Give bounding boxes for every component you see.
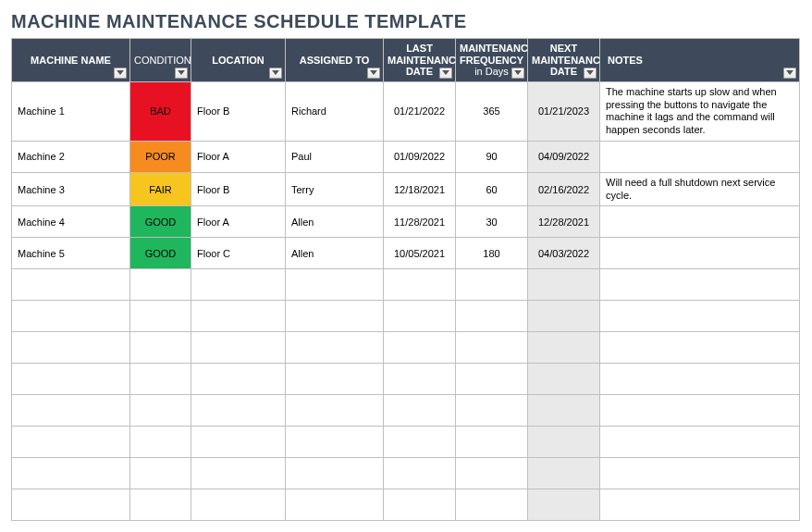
cell-assigned-to[interactable] bbox=[286, 427, 384, 458]
header-machine-name[interactable]: MACHINE NAME bbox=[12, 39, 130, 82]
cell-condition[interactable] bbox=[130, 364, 191, 395]
filter-dropdown-icon[interactable] bbox=[439, 68, 452, 79]
cell-machine-name[interactable] bbox=[12, 269, 130, 301]
cell-frequency[interactable] bbox=[456, 364, 528, 395]
cell-notes[interactable] bbox=[600, 489, 800, 521]
cell-location[interactable] bbox=[191, 364, 286, 395]
cell-notes[interactable] bbox=[600, 301, 800, 332]
cell-next-date[interactable] bbox=[528, 395, 600, 427]
cell-notes[interactable] bbox=[600, 141, 800, 172]
cell-frequency[interactable] bbox=[456, 332, 528, 364]
cell-assigned-to[interactable] bbox=[286, 332, 384, 364]
cell-machine-name[interactable] bbox=[12, 458, 130, 489]
cell-condition[interactable] bbox=[130, 269, 191, 301]
cell-machine-name[interactable] bbox=[12, 489, 130, 521]
cell-last-date[interactable]: 01/21/2022 bbox=[384, 81, 456, 141]
cell-assigned-to[interactable]: Allen bbox=[286, 206, 384, 238]
header-last-maintenance[interactable]: LAST MAINTENANCE DATE bbox=[384, 39, 456, 82]
header-notes[interactable]: NOTES bbox=[600, 39, 800, 82]
cell-notes[interactable] bbox=[600, 269, 800, 301]
cell-condition[interactable]: FAIR bbox=[130, 172, 191, 206]
cell-next-date[interactable] bbox=[528, 301, 600, 332]
cell-assigned-to[interactable]: Allen bbox=[286, 238, 384, 269]
cell-frequency[interactable] bbox=[456, 458, 528, 489]
cell-last-date[interactable] bbox=[384, 489, 456, 521]
cell-notes[interactable] bbox=[600, 364, 800, 395]
cell-assigned-to[interactable] bbox=[286, 364, 384, 395]
cell-condition[interactable]: BAD bbox=[130, 81, 191, 141]
cell-assigned-to[interactable]: Terry bbox=[286, 172, 384, 206]
filter-dropdown-icon[interactable] bbox=[783, 68, 796, 79]
cell-notes[interactable] bbox=[600, 332, 800, 364]
cell-condition[interactable] bbox=[130, 301, 191, 332]
cell-location[interactable] bbox=[191, 332, 286, 364]
cell-assigned-to[interactable] bbox=[286, 301, 384, 332]
cell-notes[interactable]: Will need a full shutdown next service c… bbox=[600, 172, 800, 206]
cell-notes[interactable] bbox=[600, 395, 800, 427]
filter-dropdown-icon[interactable] bbox=[511, 68, 524, 79]
cell-assigned-to[interactable] bbox=[286, 269, 384, 301]
cell-frequency[interactable]: 180 bbox=[456, 238, 528, 269]
cell-last-date[interactable]: 01/09/2022 bbox=[384, 141, 456, 172]
cell-frequency[interactable]: 60 bbox=[456, 172, 528, 206]
cell-location[interactable] bbox=[191, 427, 286, 458]
cell-location[interactable]: Floor B bbox=[191, 81, 286, 141]
cell-machine-name[interactable] bbox=[12, 395, 130, 427]
header-assigned-to[interactable]: ASSIGNED TO bbox=[286, 39, 384, 82]
cell-next-date[interactable] bbox=[528, 458, 600, 489]
filter-dropdown-icon[interactable] bbox=[114, 68, 127, 79]
cell-last-date[interactable]: 10/05/2021 bbox=[384, 238, 456, 269]
cell-frequency[interactable]: 365 bbox=[456, 81, 528, 141]
cell-assigned-to[interactable]: Richard bbox=[286, 81, 384, 141]
cell-machine-name[interactable]: Machine 5 bbox=[12, 238, 130, 269]
cell-frequency[interactable]: 30 bbox=[456, 206, 528, 238]
cell-machine-name[interactable]: Machine 4 bbox=[12, 206, 130, 238]
header-condition[interactable]: CONDITION bbox=[130, 39, 191, 82]
cell-condition[interactable] bbox=[130, 427, 191, 458]
cell-last-date[interactable] bbox=[384, 427, 456, 458]
cell-last-date[interactable]: 12/18/2021 bbox=[384, 172, 456, 206]
cell-frequency[interactable] bbox=[456, 269, 528, 301]
cell-assigned-to[interactable] bbox=[286, 395, 384, 427]
cell-condition[interactable] bbox=[130, 489, 191, 521]
cell-last-date[interactable] bbox=[384, 301, 456, 332]
cell-last-date[interactable] bbox=[384, 364, 456, 395]
cell-assigned-to[interactable] bbox=[286, 458, 384, 489]
cell-location[interactable]: Floor C bbox=[191, 238, 286, 269]
filter-dropdown-icon[interactable] bbox=[584, 68, 597, 79]
cell-next-date[interactable] bbox=[528, 489, 600, 521]
cell-condition[interactable]: POOR bbox=[130, 141, 191, 172]
cell-last-date[interactable] bbox=[384, 269, 456, 301]
cell-machine-name[interactable] bbox=[12, 427, 130, 458]
cell-frequency[interactable] bbox=[456, 395, 528, 427]
filter-dropdown-icon[interactable] bbox=[269, 68, 282, 79]
header-frequency[interactable]: MAINTENANCE FREQUENCY in Days bbox=[456, 39, 528, 82]
cell-machine-name[interactable]: Machine 2 bbox=[12, 141, 130, 172]
cell-notes[interactable] bbox=[600, 206, 800, 238]
cell-last-date[interactable] bbox=[384, 395, 456, 427]
cell-location[interactable]: Floor A bbox=[191, 206, 286, 238]
cell-next-date[interactable]: 04/03/2022 bbox=[528, 238, 600, 269]
cell-location[interactable] bbox=[191, 301, 286, 332]
cell-machine-name[interactable]: Machine 1 bbox=[12, 81, 130, 141]
cell-condition[interactable]: GOOD bbox=[130, 206, 191, 238]
cell-condition[interactable] bbox=[130, 458, 191, 489]
cell-location[interactable] bbox=[191, 489, 286, 521]
cell-frequency[interactable] bbox=[456, 489, 528, 521]
header-location[interactable]: LOCATION bbox=[191, 39, 286, 82]
cell-notes[interactable] bbox=[600, 458, 800, 489]
cell-next-date[interactable] bbox=[528, 427, 600, 458]
cell-last-date[interactable] bbox=[384, 332, 456, 364]
cell-location[interactable] bbox=[191, 395, 286, 427]
cell-condition[interactable] bbox=[130, 395, 191, 427]
cell-notes[interactable]: The machine starts up slow and when pres… bbox=[600, 81, 800, 141]
cell-frequency[interactable] bbox=[456, 301, 528, 332]
cell-frequency[interactable]: 90 bbox=[456, 141, 528, 172]
filter-dropdown-icon[interactable] bbox=[175, 68, 188, 79]
cell-next-date[interactable] bbox=[528, 364, 600, 395]
cell-notes[interactable] bbox=[600, 427, 800, 458]
cell-next-date[interactable]: 01/21/2023 bbox=[528, 81, 600, 141]
cell-assigned-to[interactable] bbox=[286, 489, 384, 521]
cell-next-date[interactable] bbox=[528, 269, 600, 301]
cell-assigned-to[interactable]: Paul bbox=[286, 141, 384, 172]
